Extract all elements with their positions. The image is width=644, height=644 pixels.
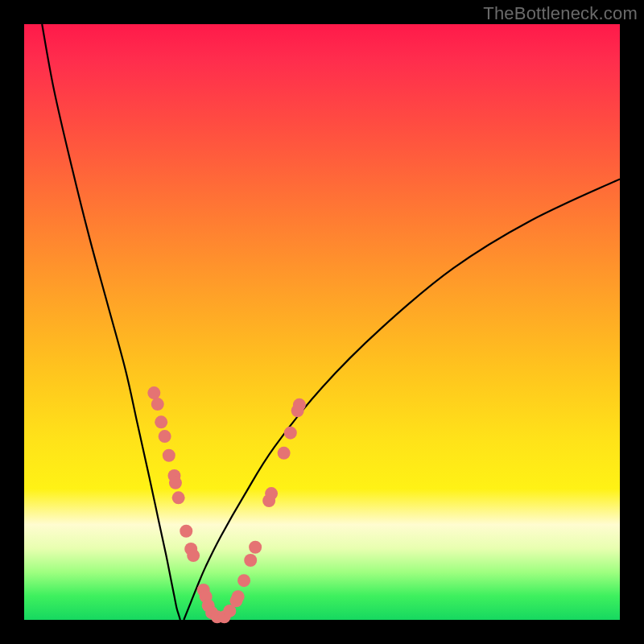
- data-marker: [151, 398, 164, 411]
- data-marker: [237, 574, 250, 587]
- watermark-text: TheBottleneck.com: [483, 3, 638, 24]
- data-marker: [169, 477, 182, 489]
- data-marker: [155, 415, 167, 428]
- curve-group: [42, 24, 620, 620]
- data-marker: [249, 541, 262, 554]
- data-marker: [278, 447, 291, 460]
- data-marker: [180, 525, 192, 538]
- data-marker: [187, 549, 200, 562]
- data-marker: [244, 554, 257, 567]
- left-curve-path: [42, 24, 180, 620]
- data-marker: [265, 487, 278, 500]
- data-marker: [172, 491, 185, 504]
- data-marker: [147, 386, 160, 399]
- data-marker: [159, 430, 171, 443]
- gradient-plot-area: [24, 24, 620, 620]
- data-marker: [284, 427, 297, 440]
- right-curve-path: [184, 179, 620, 620]
- chart-svg: [24, 24, 620, 620]
- chart-frame: TheBottleneck.com: [0, 0, 644, 644]
- data-marker: [163, 449, 175, 462]
- data-marker: [232, 590, 245, 603]
- data-marker: [293, 398, 306, 411]
- marker-group: [147, 386, 306, 623]
